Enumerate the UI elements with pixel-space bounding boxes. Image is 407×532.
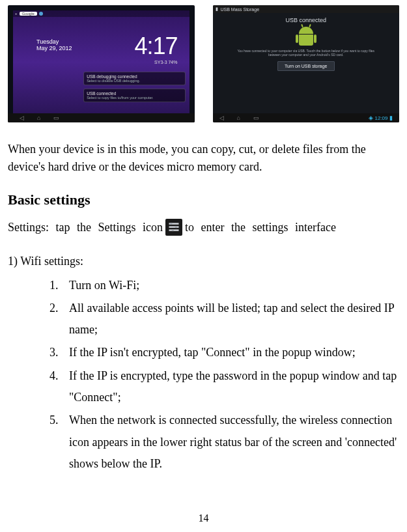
- full-date: May 29, 2012: [36, 46, 72, 52]
- wifi-steps-list: Turn on Wi-Fi; All available access poin…: [8, 275, 399, 475]
- back-icon: ◁: [20, 115, 24, 121]
- home-icon: ⌂: [237, 115, 240, 121]
- mic-icon: [39, 12, 43, 16]
- back-icon: ◁: [219, 115, 224, 121]
- intro-paragraph: When your device is in this mode, you ca…: [8, 141, 399, 176]
- svg-rect-1: [169, 227, 179, 229]
- svg-point-4: [175, 226, 177, 228]
- shot2-tab-title: USB Mass Storage: [221, 7, 260, 12]
- settings-prefix: Settings: tap the Settings icon: [8, 217, 163, 238]
- google-search: Google: [20, 12, 37, 16]
- list-item: If the IP is encrypted, type the passwor…: [61, 365, 399, 409]
- shot2-body: USB connected You have connected to your…: [213, 13, 400, 113]
- notif-sub: Select to copy files to/from your comput…: [87, 96, 182, 100]
- notif-title: USB debugging connected: [87, 74, 182, 79]
- home-screen-shot: + Google Tuesday May 29, 2012 4:17 SY3-3…: [8, 5, 195, 122]
- notif-usb-connected: USB connected Select to copy files to/fr…: [83, 89, 186, 102]
- android-icon: [298, 27, 315, 46]
- list-item: When the network is connected successful…: [61, 410, 399, 475]
- wifi-settings-head: 1) Wifi settings:: [8, 255, 399, 268]
- clock: 4:17: [134, 33, 177, 60]
- list-item: All available access points will be list…: [61, 298, 399, 341]
- battery-icon: ▮: [389, 115, 393, 121]
- usb-connected-title: USB connected: [285, 17, 326, 23]
- list-item: If the IP isn't encrypted, tap "Connect"…: [61, 342, 399, 363]
- shot1-navbar: ◁ ⌂ ▭: [8, 113, 195, 122]
- wallpaper: + Google Tuesday May 29, 2012 4:17 SY3-3…: [13, 10, 189, 113]
- svg-point-5: [172, 229, 174, 231]
- usb-storage-shot: ▮ USB Mass Storage USB connected You hav…: [213, 5, 400, 122]
- basic-settings-heading: Basic settings: [8, 191, 399, 208]
- notif-usb-debugging: USB debugging connected Select to disabl…: [83, 72, 186, 85]
- sd-icon: ▮: [216, 7, 218, 12]
- list-item: Turn on Wi-Fi;: [61, 275, 399, 296]
- notif-title: USB connected: [87, 91, 182, 96]
- recents-icon: ▭: [53, 115, 59, 121]
- plus-icon: +: [15, 12, 18, 16]
- turn-on-usb-button[interactable]: Turn on USB storage: [277, 61, 335, 71]
- shot1-topbar: + Google: [13, 10, 189, 17]
- recents-icon: ▭: [253, 115, 259, 121]
- usb-message: You have connected to your computer via …: [237, 49, 375, 57]
- settings-suffix: to enter the settings interface: [185, 217, 336, 238]
- home-icon: ⌂: [37, 115, 40, 121]
- shot2-topbar: ▮ USB Mass Storage: [213, 5, 400, 13]
- settings-icon: [165, 219, 182, 236]
- svg-point-3: [170, 223, 172, 225]
- shot2-clock: 12:09: [374, 115, 387, 121]
- shot2-navbar: ◁ ⌂ ▭ ◈ 12:09 ▮: [213, 113, 400, 122]
- notif-sub: Select to disable USB debugging.: [87, 79, 182, 83]
- date-block: Tuesday May 29, 2012: [36, 39, 72, 52]
- battery-status: SY3-3 74%: [154, 60, 177, 64]
- settings-line: Settings: tap the Settings icon to enter…: [8, 217, 399, 238]
- screenshot-row: + Google Tuesday May 29, 2012 4:17 SY3-3…: [8, 5, 399, 122]
- page-number: 14: [0, 512, 407, 524]
